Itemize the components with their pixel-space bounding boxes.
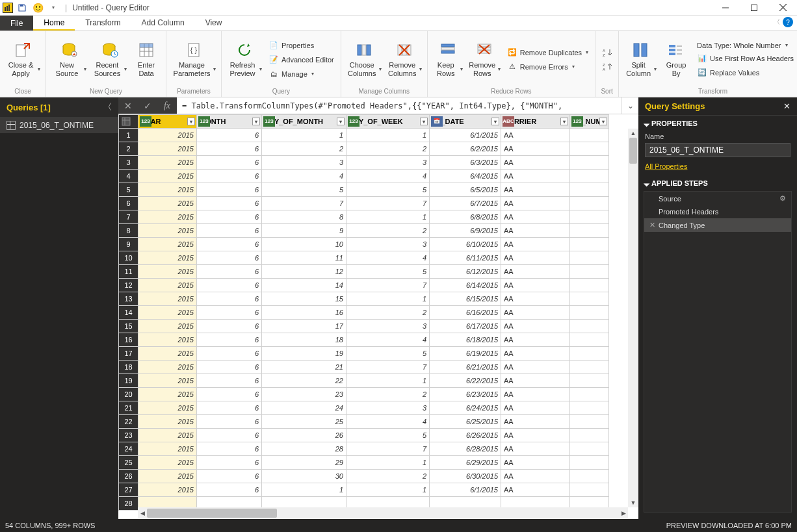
- applied-step[interactable]: Promoted Headers: [644, 205, 791, 218]
- cell[interactable]: 2015: [138, 142, 197, 156]
- sort-desc-button[interactable]: ZA: [599, 60, 615, 73]
- cell[interactable]: [570, 306, 609, 320]
- cell[interactable]: [570, 170, 609, 183]
- cell[interactable]: [570, 183, 609, 197]
- cell[interactable]: 6: [197, 224, 262, 238]
- cell[interactable]: AA: [501, 388, 570, 401]
- cell[interactable]: 2015: [138, 470, 197, 483]
- cell[interactable]: 2: [346, 388, 430, 401]
- cell[interactable]: 6/19/2015: [430, 347, 501, 361]
- column-type-icon[interactable]: 📅: [431, 116, 443, 127]
- column-filter-icon[interactable]: ▾: [491, 118, 499, 125]
- applied-steps-header[interactable]: APPLIED STEPS: [638, 175, 797, 191]
- cell[interactable]: 6/9/2015: [430, 224, 501, 238]
- cell[interactable]: 2015: [138, 333, 197, 347]
- row-number[interactable]: 8: [119, 224, 138, 238]
- home-tab[interactable]: Home: [33, 16, 75, 31]
- cell[interactable]: 24: [262, 401, 346, 415]
- new-source-button[interactable]: ★ New Source▾: [50, 39, 88, 81]
- choose-columns-button[interactable]: Choose Columns▾: [345, 39, 383, 81]
- cell[interactable]: 15: [262, 292, 346, 306]
- cell[interactable]: [570, 156, 609, 170]
- cell[interactable]: 6: [197, 456, 262, 470]
- fx-icon[interactable]: fx: [157, 97, 177, 114]
- cell[interactable]: 4: [346, 333, 430, 347]
- cell[interactable]: 6/23/2015: [430, 388, 501, 401]
- cell[interactable]: 6: [197, 347, 262, 361]
- cell[interactable]: [570, 361, 609, 374]
- remove-columns-button[interactable]: Remove Columns▾: [385, 39, 423, 81]
- cell[interactable]: 6: [197, 470, 262, 483]
- cell[interactable]: 2015: [138, 224, 197, 238]
- cell[interactable]: 21: [262, 361, 346, 374]
- cell[interactable]: 6: [197, 238, 262, 251]
- cell[interactable]: 6: [197, 156, 262, 170]
- cell[interactable]: 3: [346, 238, 430, 251]
- column-type-icon[interactable]: ABC: [503, 116, 514, 127]
- refresh-preview-button[interactable]: Refresh Preview▾: [226, 39, 263, 81]
- cell[interactable]: [570, 415, 609, 429]
- replace-values-button[interactable]: 🔄Replace Values: [694, 66, 797, 79]
- cell[interactable]: 2015: [138, 265, 197, 279]
- cell[interactable]: 4: [346, 251, 430, 265]
- cell[interactable]: 2015: [138, 483, 197, 497]
- cell[interactable]: 11: [262, 251, 346, 265]
- group-by-button[interactable]: Group By: [660, 39, 692, 81]
- cell[interactable]: 6: [197, 279, 262, 292]
- cell[interactable]: AA: [501, 292, 570, 306]
- maximize-button[interactable]: [740, 0, 768, 16]
- first-row-headers-button[interactable]: 📊Use First Row As Headers▾: [694, 52, 797, 65]
- cell[interactable]: 30: [262, 470, 346, 483]
- advanced-editor-button[interactable]: 📝Advanced Editor: [266, 53, 337, 66]
- cell[interactable]: 6/22/2015: [430, 374, 501, 388]
- collapse-queries-icon[interactable]: 〈: [103, 101, 112, 113]
- delete-step-icon[interactable]: ✕: [649, 221, 656, 229]
- cell[interactable]: 2015: [138, 197, 197, 210]
- view-tab[interactable]: View: [195, 16, 233, 31]
- cell[interactable]: 3: [346, 156, 430, 170]
- cell[interactable]: 6/14/2015: [430, 279, 501, 292]
- cell[interactable]: [570, 238, 609, 251]
- close-settings-icon[interactable]: ✕: [783, 101, 790, 111]
- cell[interactable]: 1: [346, 129, 430, 142]
- cell[interactable]: 6: [197, 388, 262, 401]
- cell[interactable]: 2015: [138, 292, 197, 306]
- query-item[interactable]: 2015_06_T_ONTIME: [0, 118, 118, 133]
- cell[interactable]: [570, 320, 609, 333]
- cell[interactable]: 2: [346, 470, 430, 483]
- cell[interactable]: 6: [197, 401, 262, 415]
- cell[interactable]: AA: [501, 183, 570, 197]
- cell[interactable]: 6: [197, 265, 262, 279]
- cell[interactable]: [570, 292, 609, 306]
- cell[interactable]: 6/15/2015: [430, 292, 501, 306]
- cell[interactable]: 6/5/2015: [430, 183, 501, 197]
- row-number[interactable]: 24: [119, 442, 138, 456]
- cell[interactable]: 4: [346, 170, 430, 183]
- column-type-icon[interactable]: 123: [198, 116, 210, 127]
- cell[interactable]: 8: [262, 210, 346, 224]
- cell[interactable]: 6: [197, 197, 262, 210]
- remove-duplicates-button[interactable]: 🔁Remove Duplicates▾: [504, 46, 591, 59]
- cell[interactable]: 5: [346, 429, 430, 442]
- cell[interactable]: AA: [501, 442, 570, 456]
- save-icon[interactable]: [16, 1, 29, 14]
- smiley-icon[interactable]: 🙂: [31, 1, 44, 14]
- properties-section-header[interactable]: PROPERTIES: [638, 116, 797, 131]
- cell[interactable]: [570, 210, 609, 224]
- row-number[interactable]: 23: [119, 429, 138, 442]
- keep-rows-button[interactable]: Keep Rows▾: [432, 39, 464, 81]
- cell[interactable]: 5: [346, 183, 430, 197]
- cell[interactable]: AA: [501, 142, 570, 156]
- cell[interactable]: 18: [262, 333, 346, 347]
- applied-step[interactable]: Source⚙: [644, 192, 791, 205]
- cell[interactable]: 1: [262, 129, 346, 142]
- horizontal-scrollbar[interactable]: ◀ ▶: [138, 507, 628, 519]
- formula-expand-icon[interactable]: ⌄: [621, 97, 638, 114]
- cell[interactable]: [570, 429, 609, 442]
- cell[interactable]: AA: [501, 129, 570, 142]
- column-header[interactable]: ABCCARRIER▾: [501, 115, 570, 129]
- cell[interactable]: 6/30/2015: [430, 470, 501, 483]
- cell[interactable]: 2015: [138, 442, 197, 456]
- cell[interactable]: AA: [501, 361, 570, 374]
- cell[interactable]: 6/4/2015: [430, 170, 501, 183]
